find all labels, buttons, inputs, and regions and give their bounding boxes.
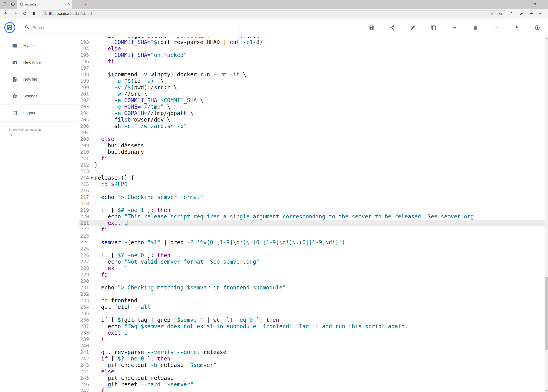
browser-tab[interactable]: wizard.sh [17, 0, 72, 9]
line-number[interactable]: 232 [79, 291, 89, 297]
edit-button[interactable] [410, 25, 416, 30]
line-number[interactable]: 235 [79, 310, 89, 317]
copy-button[interactable] [431, 25, 437, 30]
code-line[interactable]: 232 [79, 291, 545, 297]
sidebar-item-settings[interactable]: Settings [0, 88, 79, 105]
code-line[interactable]: 242 if [ $? -ne 0 ]; then [79, 355, 545, 362]
delete-button[interactable] [472, 25, 478, 30]
window-maximize-button[interactable] [530, 0, 539, 9]
hub-favorites-button[interactable] [508, 10, 517, 18]
code-line[interactable]: 218 [79, 200, 545, 207]
code-line[interactable]: 221 exit 1 [79, 220, 545, 226]
code-line[interactable]: 194 else [79, 45, 545, 52]
line-number[interactable]: 214 [79, 175, 89, 181]
code-line[interactable]: 209 buildAssets [79, 142, 545, 149]
code-line[interactable]: 229 fi [79, 272, 545, 278]
line-number[interactable]: 198 [79, 71, 89, 78]
scroll-down-button[interactable] [545, 389, 548, 392]
line-number[interactable]: 196 [79, 58, 89, 65]
new-tab-button[interactable] [72, 0, 81, 9]
code-line[interactable]: 206 sh -c "./wizard.sh -b" [79, 123, 545, 129]
refresh-button[interactable] [20, 10, 29, 18]
share-button[interactable] [389, 25, 395, 30]
help-link[interactable]: Help [7, 133, 79, 138]
line-number[interactable]: 245 [79, 375, 89, 381]
code-line[interactable]: 196 fi [79, 58, 545, 65]
site-info-icon[interactable] [44, 12, 47, 15]
line-number[interactable]: 218 [79, 200, 89, 207]
info-button[interactable] [535, 25, 540, 30]
code-line[interactable]: 199 -u "$(id -u)" \ [79, 78, 545, 84]
code-line[interactable]: 212} [79, 162, 545, 168]
line-number[interactable]: 233 [79, 297, 89, 304]
line-number[interactable]: 227 [79, 259, 89, 265]
sidebar-item-my-files[interactable]: My files [0, 37, 79, 54]
share-page-button[interactable] [527, 10, 536, 18]
more-options-button[interactable] [536, 10, 545, 18]
line-number[interactable]: 229 [79, 272, 89, 278]
line-number[interactable]: 240 [79, 343, 89, 349]
sidebar-item-new-folder[interactable]: New folder [0, 54, 79, 71]
move-button[interactable] [452, 25, 457, 30]
line-number[interactable]: 224 [79, 239, 89, 246]
code-line[interactable]: 239 fi [79, 336, 545, 343]
line-number[interactable]: 243 [79, 362, 89, 368]
code-line[interactable]: 217 echo "> Checking semver format" [79, 194, 545, 200]
code-line[interactable]: 236 if [ $(git tag | grep "$semver" | wc… [79, 317, 545, 323]
code-line[interactable]: 204 -e GOPATH=//tmp/gopath \ [79, 110, 545, 116]
line-number[interactable]: 206 [79, 123, 89, 129]
line-number[interactable]: 246 [79, 381, 89, 388]
code-line[interactable]: 235 [79, 310, 545, 317]
line-number[interactable]: 237 [79, 323, 89, 329]
code-line[interactable]: 225 [79, 246, 545, 252]
code-line[interactable]: 246 git reset --hard "$semver" [79, 381, 545, 388]
code-line[interactable]: 244 else [79, 368, 545, 375]
line-number[interactable]: 202 [79, 97, 89, 104]
line-number[interactable]: 210 [79, 149, 89, 155]
code-line[interactable]: 202 -e COMMIT_SHA=$COMMIT_SHA \ [79, 97, 545, 104]
download-button[interactable] [514, 25, 520, 30]
window-minimize-button[interactable] [521, 0, 530, 9]
scroll-up-button[interactable] [545, 37, 548, 40]
code-line[interactable]: 228 exit 1 [79, 265, 545, 272]
line-number[interactable]: 223 [79, 233, 89, 239]
line-number[interactable]: 209 [79, 142, 89, 149]
code-line[interactable]: 230 [79, 278, 545, 284]
fold-marker-icon[interactable]: ▾ [89, 175, 95, 181]
reading-view-button[interactable] [491, 12, 495, 16]
code-line[interactable]: 243 git checkout -b release "$semver" [79, 362, 545, 368]
line-number[interactable]: 242 [79, 355, 89, 362]
line-number[interactable]: 244 [79, 368, 89, 375]
code-view-button[interactable] [493, 25, 499, 30]
sidebar-item-new-file[interactable]: New file [0, 71, 79, 88]
code-line[interactable]: 201 -w //src \ [79, 91, 545, 97]
address-bar[interactable]: filebrowser.web/files/wizard.sh [41, 10, 505, 17]
code-line[interactable]: 210 buildBinary [79, 149, 545, 155]
code-line[interactable]: 203 -e HOME="//tmp" \ [79, 104, 545, 110]
line-number[interactable]: 219 [79, 207, 89, 213]
search-input[interactable]: Search... [21, 22, 239, 34]
web-note-button[interactable] [517, 10, 527, 18]
tab-preview-toggle-button[interactable] [81, 0, 90, 9]
line-number[interactable]: 194 [79, 45, 89, 52]
code-line[interactable]: 224 semver=$(echo "$1" | grep -P '^v(0|[… [79, 239, 545, 246]
code-line[interactable]: 192 if [ "$(git status --porcelain)" == … [79, 37, 545, 39]
line-number[interactable]: 247 [79, 388, 89, 392]
tab-close-icon[interactable] [68, 3, 70, 6]
code-line[interactable]: 211 fi [79, 155, 545, 162]
line-number[interactable]: 207 [79, 129, 89, 136]
scrollbar[interactable] [545, 37, 548, 392]
line-number[interactable]: 225 [79, 246, 89, 252]
line-number[interactable]: 234 [79, 304, 89, 310]
code-line[interactable]: 215 cd $REPO [79, 181, 545, 188]
line-number[interactable]: 201 [79, 91, 89, 97]
line-number[interactable]: 231 [79, 284, 89, 291]
code-line[interactable]: 214▾release () { [79, 175, 545, 181]
code-line[interactable]: 223 [79, 233, 545, 239]
code-line[interactable]: 227 echo "Not valid semver format. See s… [79, 259, 545, 265]
code-line[interactable]: 193 COMMIT_SHA="$(git rev-parse HEAD | c… [79, 39, 545, 45]
code-line[interactable]: 245 git checkout release [79, 375, 545, 381]
code-line[interactable]: 233 cd frontend [79, 297, 545, 304]
tabs-preview-button[interactable] [9, 0, 17, 9]
line-number[interactable]: 199 [79, 78, 89, 84]
